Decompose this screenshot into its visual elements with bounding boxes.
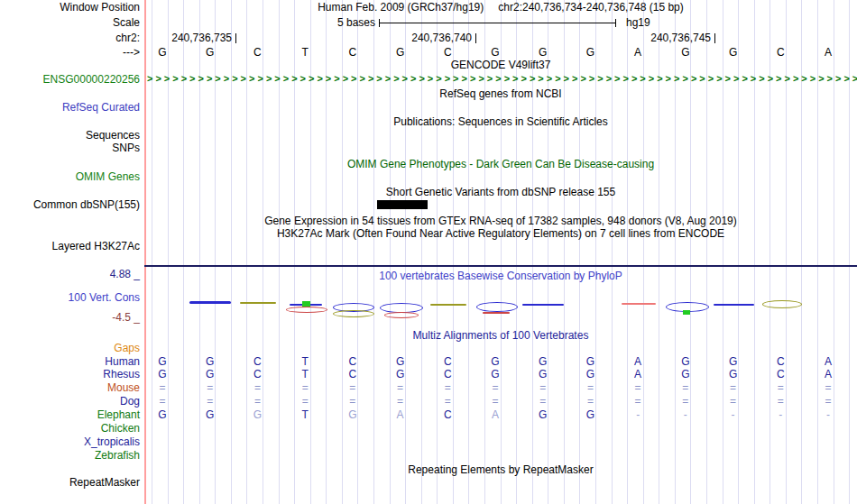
gene-direction-arrow: > <box>818 73 824 85</box>
gene-direction-arrow: > <box>147 73 152 85</box>
alignment-cell: - <box>769 408 792 421</box>
alignment-cell: = <box>626 395 650 408</box>
sequence-base: C <box>769 46 792 59</box>
gene-direction-arrow: > <box>368 73 373 85</box>
alignment-cell: G <box>151 355 174 368</box>
track-title[interactable]: Multiz Alignments of 100 Vertebrates <box>144 329 857 342</box>
gencode-gene-arrows[interactable]: >>>>>>>>>>>>>>>>>>>>>>>>>>>>>>>>>>>>>>>>… <box>144 73 857 86</box>
gene-direction-arrow: > <box>699 73 705 85</box>
sequence-base: G <box>578 46 602 59</box>
alignment-cell: A <box>816 368 840 380</box>
track-title[interactable]: OMIM Gene Phenotypes - Dark Green Can Be… <box>144 158 857 170</box>
track-title[interactable]: Short Genetic Variants from dbSNP releas… <box>144 186 857 198</box>
alignment-cell: G <box>198 368 222 380</box>
track-label[interactable]: 100 Vert. Cons <box>0 291 140 304</box>
alignment-cell: = <box>722 395 745 408</box>
gene-direction-arrow: > <box>759 73 764 85</box>
track-label[interactable]: -4.5 _ <box>0 311 140 324</box>
track-label[interactable]: Layered H3K27Ac <box>0 240 140 252</box>
gene-direction-arrow: > <box>751 73 756 85</box>
track-label[interactable]: RepeatMasker <box>0 476 140 489</box>
genome-label: hg19 <box>626 17 650 29</box>
track-label[interactable]: Scale <box>0 16 140 29</box>
gene-direction-arrow: > <box>172 73 178 85</box>
phylop-score-mark <box>286 307 327 313</box>
gene-direction-arrow: > <box>597 73 603 85</box>
scale-bar <box>379 23 615 23</box>
gene-direction-arrow: > <box>445 73 450 85</box>
alignment-cell: = <box>436 395 459 408</box>
alignment-cell: = <box>151 381 174 394</box>
phylop-score-mark <box>683 310 690 315</box>
gene-direction-arrow: > <box>674 73 679 85</box>
track-label[interactable]: 4.88 _ <box>0 268 140 280</box>
gene-direction-arrow: > <box>462 73 467 85</box>
phylop-score-mark <box>189 301 231 304</box>
species-label[interactable]: Elephant <box>0 408 140 421</box>
phylop-score-mark <box>384 312 419 318</box>
track-label[interactable]: chr2: <box>0 32 140 44</box>
gene-direction-arrow: > <box>538 73 543 85</box>
alignment-cell: G <box>578 408 602 421</box>
gene-direction-arrow: > <box>436 73 441 85</box>
species-label[interactable]: Rhesus <box>0 368 140 380</box>
species-label[interactable]: Mouse <box>0 381 140 394</box>
track-title[interactable]: Publications: Sequences in Scientific Ar… <box>144 115 857 128</box>
alignment-cell: G <box>722 355 745 368</box>
scale-bar-right-tick <box>615 19 616 27</box>
gene-direction-arrow: > <box>215 73 220 85</box>
gene-direction-arrow: > <box>487 73 493 85</box>
gene-direction-arrow: > <box>801 73 806 85</box>
track-label[interactable]: OMIM Genes <box>0 170 140 183</box>
species-label[interactable]: Human <box>0 355 140 368</box>
gene-direction-arrow: > <box>309 73 314 85</box>
sequence-base: C <box>341 46 364 59</box>
track-title[interactable]: Gene Expression in 54 tissues from GTEx … <box>144 215 857 227</box>
species-label[interactable]: Gaps <box>0 342 140 354</box>
alignment-cell: = <box>341 381 364 394</box>
gene-direction-arrow: > <box>691 73 696 85</box>
sequence-base: G <box>674 46 697 59</box>
gene-direction-arrow: > <box>640 73 645 85</box>
gene-direction-arrow: > <box>631 73 637 85</box>
gene-direction-arrow: > <box>708 73 714 85</box>
alignment-cell: G <box>389 368 412 380</box>
track-title[interactable]: 100 vertebrates Basewise Conservation by… <box>144 270 857 282</box>
alignment-cell: = <box>816 381 840 394</box>
track-title[interactable]: H3K27Ac Mark (Often Found Near Active Re… <box>144 227 857 240</box>
species-label[interactable]: X_tropicalis <box>0 435 140 448</box>
gene-direction-arrow: > <box>504 73 510 85</box>
track-label[interactable]: Sequences <box>0 129 140 142</box>
h3k27ac-baseline <box>144 265 857 267</box>
dbsnp-variant[interactable] <box>377 200 428 209</box>
gene-direction-arrow: > <box>555 73 560 85</box>
gene-direction-arrow: > <box>589 73 594 85</box>
alignment-cell: - <box>626 408 650 421</box>
scale-bar-left-tick <box>379 19 380 27</box>
gene-direction-arrow: > <box>351 73 356 85</box>
alignment-cell: = <box>389 395 412 408</box>
sequence-base: G <box>531 46 555 59</box>
track-label[interactable]: SNPs <box>0 142 140 154</box>
alignment-cell: C <box>436 355 459 368</box>
track-title[interactable]: GENCODE V49lift37 <box>144 59 857 71</box>
track-label[interactable]: Common dbSNP(155) <box>0 198 140 211</box>
sequence-base: C <box>245 46 269 59</box>
track-label[interactable]: RefSeq Curated <box>0 101 140 114</box>
gene-direction-arrow: > <box>410 73 416 85</box>
track-label[interactable]: Window Position <box>0 1 140 14</box>
species-label[interactable]: Dog <box>0 395 140 408</box>
alignment-cell: T <box>293 355 317 368</box>
track-title[interactable]: Repeating Elements by RepeatMasker <box>144 463 857 476</box>
alignment-cell: G <box>151 408 174 421</box>
track-title[interactable]: RefSeq genes from NCBI <box>144 87 857 100</box>
species-label[interactable]: Zebrafish <box>0 449 140 462</box>
alignment-cell: = <box>626 381 650 394</box>
gene-direction-arrow: > <box>682 73 687 85</box>
gene-direction-arrow: > <box>453 73 458 85</box>
track-label[interactable]: ENSG00000220256 <box>0 73 140 86</box>
gene-direction-arrow: > <box>733 73 739 85</box>
species-label[interactable]: Chicken <box>0 422 140 435</box>
gene-direction-arrow: > <box>649 73 654 85</box>
track-label[interactable]: ---> <box>0 46 140 59</box>
